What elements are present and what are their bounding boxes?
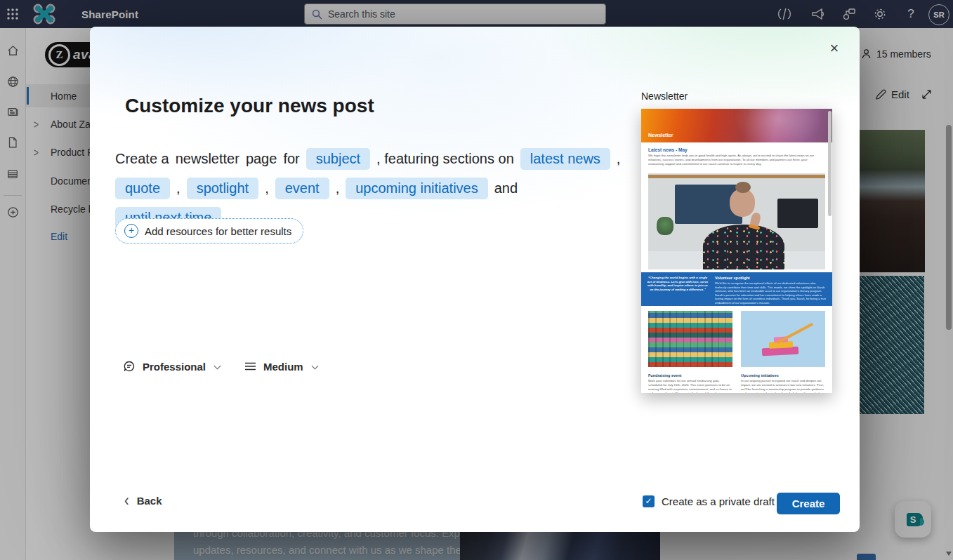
preview-scrollbar[interactable] xyxy=(828,111,832,216)
length-lines-icon xyxy=(244,361,256,371)
preview-latest-heading: Latest news - May xyxy=(648,147,688,152)
preview-initiatives-heading: Upcoming initiatives xyxy=(741,373,825,378)
preview-event-heading: Fundraising event xyxy=(648,373,732,378)
create-button[interactable]: Create xyxy=(777,493,840,514)
preview-banner-image: Newsletter xyxy=(641,109,832,142)
newsletter-preview-card[interactable]: Newsletter Latest news - May We hope thi… xyxy=(641,109,832,393)
prompt-chip-upcoming-initiatives[interactable]: upcoming initiatives xyxy=(346,178,488,199)
preview-initiatives-column: Upcoming initiatives In our ongoing purs… xyxy=(741,373,825,393)
back-label: Back xyxy=(137,495,162,507)
prompt-text: newsletter xyxy=(176,148,239,170)
prompt-text: for xyxy=(283,148,299,170)
plus-circle-icon: + xyxy=(124,224,138,238)
generation-options: Professional Medium xyxy=(123,360,318,373)
tone-dropdown[interactable]: Professional xyxy=(143,361,206,373)
close-icon[interactable]: × xyxy=(826,41,843,58)
chevron-down-icon[interactable] xyxy=(312,362,318,368)
prompt-text: , xyxy=(265,178,269,199)
prompt-text: Create a xyxy=(115,148,169,170)
prompt-chip-subject[interactable]: subject xyxy=(306,148,370,170)
sharepoint-screen: SharePoint Search this site ? SR xyxy=(0,0,953,560)
prompt-sentence: Create anewsletterpageforsubject, featur… xyxy=(115,148,628,229)
private-draft-label: Create as a private draft xyxy=(662,495,775,507)
private-draft-row: ✓ Create as a private draft i xyxy=(643,495,794,507)
prompt-chip-spotlight[interactable]: spotlight xyxy=(187,178,259,199)
prompt-text: , xyxy=(336,178,340,199)
prompt-text: , xyxy=(617,148,621,170)
prompt-text: and xyxy=(494,178,518,199)
prompt-text: , featuring sections on xyxy=(376,148,514,170)
prompt-chip-quote[interactable]: quote xyxy=(115,178,170,199)
preview-latest-body: We hope this newsletter finds you in goo… xyxy=(648,154,824,166)
prompt-chip-latest-news[interactable]: latest news xyxy=(520,148,610,170)
dialog-title: Customize your news post xyxy=(125,95,374,117)
preview-spotlight-band: “Changing the world begins with a single… xyxy=(641,272,832,306)
preview-photo-chairs xyxy=(648,311,732,367)
preview-template-label: Newsletter xyxy=(641,91,688,102)
length-dropdown[interactable]: Medium xyxy=(263,361,303,373)
preview-photo-person xyxy=(648,173,825,269)
preview-spotlight-heading: Volunteer spotlight xyxy=(715,276,750,280)
chevron-down-icon[interactable] xyxy=(214,362,221,368)
tone-bubble-icon xyxy=(123,360,136,373)
preview-event-column: Fundraising event Mark your calendars fo… xyxy=(648,373,732,393)
add-resources-button[interactable]: + Add resources for better results xyxy=(115,218,303,244)
customize-news-post-dialog: × Customize your news post Create anewsl… xyxy=(90,27,860,532)
preview-spotlight-body: We'd like to recognize the exceptional e… xyxy=(715,281,826,305)
preview-banner-title: Newsletter xyxy=(648,133,673,138)
back-button[interactable]: ‹ Back xyxy=(124,495,162,507)
chevron-left-icon: ‹ xyxy=(124,495,129,507)
preview-initiatives-body: In our ongoing pursuit to expand our rea… xyxy=(741,379,825,393)
prompt-text: page xyxy=(246,148,277,170)
preview-event-body: Mark your calendars for our annual fundr… xyxy=(648,379,732,393)
add-resources-label: Add resources for better results xyxy=(145,225,291,237)
preview-quote: “Changing the world begins with a single… xyxy=(647,276,709,291)
create-label: Create xyxy=(792,498,825,509)
prompt-chip-event[interactable]: event xyxy=(275,178,329,199)
preview-photo-stationery xyxy=(741,311,825,367)
private-draft-checkbox[interactable]: ✓ xyxy=(643,495,655,507)
prompt-text: , xyxy=(176,178,180,199)
